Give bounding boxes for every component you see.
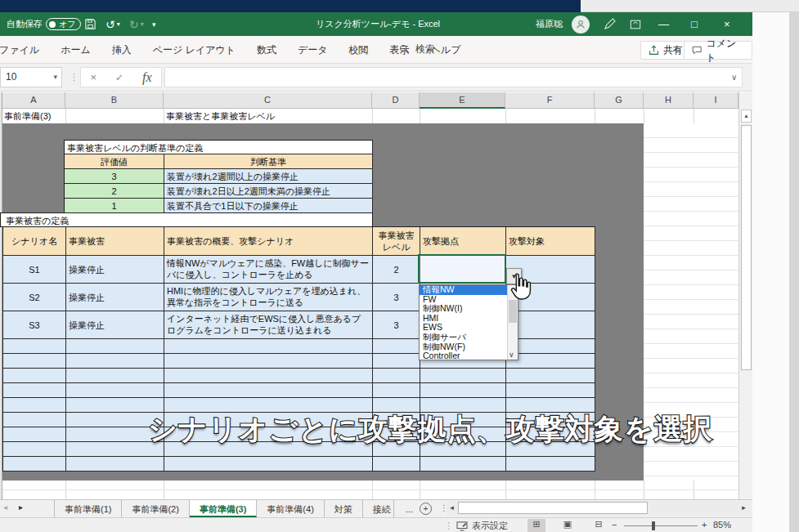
column-header-I[interactable]: I <box>694 92 738 109</box>
scenario-summary[interactable]: HMIに物理的に侵入しマルウェアを埋め込まれ、異常な指示をコントローラに送る <box>164 284 373 311</box>
zoom-in-button[interactable]: + <box>702 520 707 530</box>
ribbon-tab-3[interactable]: ページ レイアウト <box>142 43 246 57</box>
sheet-tab-4[interactable]: 対策 <box>325 500 363 517</box>
definition-header-5[interactable]: 攻撃対象 <box>506 227 595 256</box>
dropdown-scroll-down-icon[interactable]: ∨ <box>509 351 514 359</box>
cells-below-shading[interactable] <box>2 481 738 499</box>
vertical-scroll-thumb[interactable] <box>741 125 752 370</box>
save-button[interactable] <box>84 12 97 36</box>
horizontal-scrollbar[interactable]: ◂ ▸ <box>447 501 751 516</box>
empty-cell[interactable] <box>3 427 66 442</box>
ribbon-tab-4[interactable]: 数式 <box>246 43 287 57</box>
definition-header-2[interactable]: 事業被害の概要、攻撃シナリオ <box>164 227 373 256</box>
zoom-out-button[interactable]: − <box>612 520 617 530</box>
cancel-icon[interactable]: × <box>90 71 97 83</box>
empty-cell[interactable] <box>66 369 164 383</box>
column-header-B[interactable]: B <box>65 92 164 109</box>
close-button[interactable]: × <box>724 12 748 36</box>
scenario-level[interactable]: 3 <box>373 284 420 311</box>
autosave-toggle[interactable]: オフ <box>46 12 81 36</box>
column-header-G[interactable]: G <box>595 92 644 109</box>
empty-cell[interactable] <box>66 383 164 398</box>
pen-tools-button[interactable] <box>604 12 616 36</box>
maximize-button[interactable]: □ <box>691 12 716 36</box>
empty-cell[interactable] <box>3 339 66 354</box>
empty-cell[interactable] <box>3 383 66 398</box>
scroll-up-icon[interactable]: ▲ <box>741 110 752 123</box>
empty-cell[interactable] <box>164 339 373 354</box>
empty-cell[interactable] <box>164 354 373 369</box>
sheet-row-1[interactable]: 事前準備(3) 事業被害と事業被害レベル <box>2 109 738 123</box>
scenario-level[interactable]: 2 <box>373 256 420 284</box>
scenario-name[interactable]: S1 <box>3 256 66 284</box>
insert-function-button[interactable]: fx <box>142 70 152 85</box>
empty-cell[interactable] <box>420 457 506 472</box>
criteria-text[interactable]: 装置不具合で1日以下の操業停止 <box>164 199 373 213</box>
ribbon-tab-1[interactable]: ホーム <box>50 43 101 57</box>
empty-cell[interactable] <box>420 383 506 398</box>
enter-check-icon[interactable]: ✓ <box>115 72 123 83</box>
criteria-col1-header[interactable]: 評価値 <box>65 154 164 169</box>
sheet-tab-5[interactable]: 接続 <box>363 500 394 517</box>
ribbon-tab-0[interactable]: ファイル <box>0 43 50 57</box>
vertical-scrollbar[interactable]: ▲ <box>738 92 752 499</box>
definition-header-3[interactable]: 事業被害レベル <box>373 227 420 256</box>
horizontal-scroll-thumb[interactable] <box>458 502 648 514</box>
empty-cell[interactable] <box>373 457 420 472</box>
sheet-tab-3[interactable]: 事前準備(4) <box>257 500 324 517</box>
normal-view-button[interactable]: ⊞ <box>527 519 545 532</box>
definition-header-1[interactable]: 事業被害 <box>66 227 164 256</box>
cell-a1[interactable]: 事前準備(3) <box>4 110 51 123</box>
column-header-A[interactable]: A <box>2 92 65 109</box>
criteria-value[interactable]: 2 <box>65 184 164 199</box>
user-avatar[interactable] <box>572 12 590 36</box>
empty-cell[interactable] <box>373 369 420 383</box>
empty-cell[interactable] <box>373 383 420 398</box>
sheet-tab-0[interactable]: 事前準備(1) <box>54 500 122 517</box>
scenario-damage[interactable]: 操業停止 <box>66 256 164 284</box>
page-layout-view-button[interactable]: ▣ <box>559 519 577 532</box>
new-sheet-button[interactable]: + <box>420 503 432 515</box>
criteria-value[interactable]: 3 <box>65 169 164 184</box>
scenario-damage[interactable]: 操業停止 <box>66 311 164 339</box>
definition-section-label[interactable]: 事業被害の定義 <box>0 212 373 227</box>
column-header-H[interactable]: H <box>644 92 694 109</box>
empty-cell[interactable] <box>3 457 66 472</box>
dropdown-option-7[interactable]: Controller <box>420 351 518 361</box>
empty-cell[interactable] <box>506 369 595 383</box>
empty-cell[interactable] <box>3 413 66 427</box>
undo-button[interactable]: ↺▾ <box>105 12 120 36</box>
search-box[interactable]: 検索 <box>399 42 435 56</box>
column-header-E[interactable]: E <box>420 92 505 109</box>
criteria-value[interactable]: 1 <box>65 199 164 213</box>
empty-cell[interactable] <box>164 457 373 472</box>
criteria-text[interactable]: 装置が壊れ2週間以上の操業停止 <box>164 169 373 184</box>
empty-cell[interactable] <box>66 339 164 354</box>
sheet-tab-2[interactable]: 事前準備(3) <box>190 500 257 517</box>
formula-input[interactable] <box>164 67 743 87</box>
criteria-col2-header[interactable]: 判断基準 <box>164 154 373 169</box>
quick-access-customize-button[interactable]: ▾ <box>152 12 156 36</box>
scenario-name[interactable]: S3 <box>3 311 66 339</box>
empty-cell[interactable] <box>506 339 595 354</box>
empty-cell[interactable] <box>66 457 164 472</box>
ribbon-display-options-button[interactable] <box>630 12 641 36</box>
empty-cell[interactable] <box>3 442 66 457</box>
scroll-right-icon[interactable]: ▸ <box>738 502 749 514</box>
selected-cell-e10[interactable] <box>418 254 506 284</box>
scenario-summary[interactable]: インターネット経由でEWSに侵入し悪意あるプログラムをコントローラに送り込まれる <box>164 311 373 339</box>
scenario-summary[interactable]: 情報NWがマルウェアに感染、FW越しに制御サーバに侵入し、コントローラを止める <box>164 256 373 284</box>
empty-cell[interactable] <box>373 354 420 369</box>
dropdown-option-0[interactable]: 情報NW <box>420 285 518 295</box>
ribbon-tab-6[interactable]: 校閲 <box>339 43 379 57</box>
zoom-slider-track[interactable] <box>624 525 698 526</box>
dropdown-scroll-thumb[interactable] <box>509 300 517 323</box>
empty-cell[interactable] <box>506 354 595 369</box>
dropdown-option-5[interactable]: 制御サーバ <box>420 333 518 342</box>
empty-cell[interactable] <box>506 383 595 398</box>
definition-header-0[interactable]: シナリオ名 <box>3 227 66 256</box>
zoom-slider-thumb[interactable] <box>652 521 655 530</box>
sheet-nav-right-icon[interactable]: ▸ <box>19 503 23 512</box>
display-settings-button[interactable]: 表示設定 <box>456 520 508 532</box>
column-header-D[interactable]: D <box>372 92 420 109</box>
